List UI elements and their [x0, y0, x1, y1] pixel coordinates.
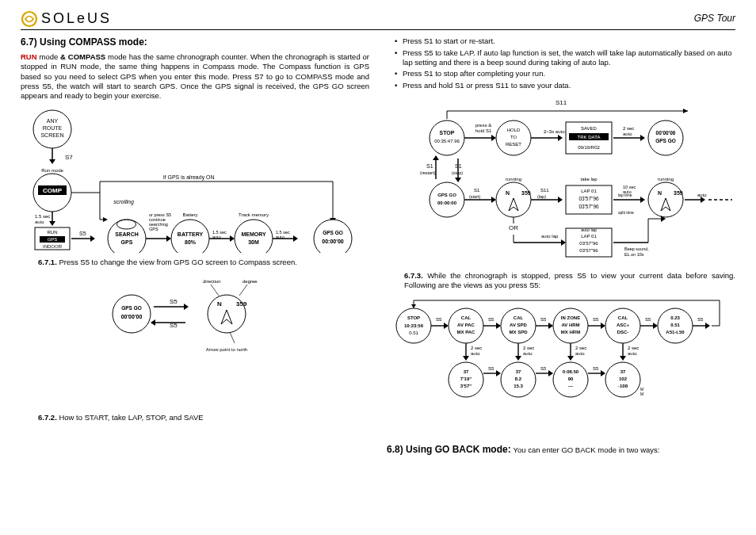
svg-marker-205 [653, 323, 658, 329]
svg-text:hold S1: hold S1 [475, 128, 492, 133]
svg-text:(stop): (stop) [452, 170, 463, 175]
svg-text:—: — [568, 384, 573, 388]
svg-text:GPS GO: GPS GO [437, 193, 456, 197]
svg-text:(start): (start) [469, 194, 481, 199]
svg-text:OR: OR [509, 224, 518, 231]
svg-text:359: 359 [236, 300, 247, 308]
svg-marker-12 [49, 221, 55, 226]
svg-point-58 [314, 220, 352, 253]
svg-line-72 [211, 285, 219, 296]
svg-text:scrolling: scrolling [113, 199, 134, 205]
svg-text:SAVED: SAVED [581, 126, 598, 131]
brand-logo: SOLeUS [21, 10, 112, 28]
svg-marker-83 [683, 109, 688, 113]
svg-text:auto: auto [697, 193, 707, 197]
svg-text:15.3: 15.3 [514, 384, 523, 388]
caption-671: 6.7.1. Press S5 to change the view from … [38, 258, 369, 267]
svg-marker-6 [49, 159, 55, 164]
section-67-body: RUN mode & COMPASS mode has the same chr… [21, 52, 369, 101]
svg-text:MX PAC: MX PAC [457, 330, 476, 334]
svg-text:ANY: ANY [47, 118, 59, 124]
svg-marker-97 [558, 135, 563, 141]
svg-text:S5: S5 [540, 317, 547, 322]
svg-text:GPS: GPS [149, 227, 158, 231]
svg-text:DSC-: DSC- [617, 330, 629, 334]
svg-text:2~3s auto: 2~3s auto [544, 129, 565, 134]
svg-text:S5: S5 [593, 366, 599, 371]
svg-text:S11: S11 [556, 99, 567, 106]
svg-text:S5: S5 [488, 317, 494, 322]
svg-marker-66 [184, 304, 189, 310]
svg-line-78 [230, 332, 235, 343]
svg-text:80%: 80% [185, 239, 197, 245]
left-column: 6.7) Using COMPASS mode: RUN mode & COMP… [21, 36, 369, 456]
svg-text:359: 359 [674, 190, 683, 196]
svg-text:AV HRM: AV HRM [561, 323, 579, 327]
svg-text:GPS: GPS [48, 237, 58, 242]
bullet-item: Press S1 to stop after completing your r… [395, 69, 735, 78]
run-label: RUN [21, 52, 37, 61]
svg-text:GPS GO: GPS GO [655, 138, 676, 143]
caption-672: 6.7.2. How to START, take LAP, STOP, and… [38, 413, 369, 422]
svg-text:(restart): (restart) [420, 170, 435, 175]
svg-text:37: 37 [516, 369, 521, 374]
svg-marker-152 [701, 197, 705, 203]
svg-text:auto: auto [471, 351, 480, 356]
svg-text:COMP: COMP [43, 187, 63, 194]
brand-name: SOLeUS [41, 10, 112, 28]
svg-text:CAL: CAL [618, 315, 628, 320]
svg-marker-49 [230, 235, 235, 242]
right-column: Press S1 to start or re-start. Press S5 … [387, 36, 735, 456]
svg-text:AV PAC: AV PAC [457, 323, 475, 327]
svg-text:03'57"96: 03'57"96 [578, 204, 599, 209]
svg-marker-133 [558, 197, 563, 203]
svg-text:359: 359 [521, 190, 531, 196]
svg-text:00'00'00: 00'00'00 [656, 130, 676, 136]
svg-text:S5: S5 [540, 366, 547, 371]
svg-text:INDOOR: INDOOR [43, 244, 63, 249]
svg-text:2 sec: 2 sec [628, 346, 639, 350]
caption-673: 6.7.3. While the chronograph is stopped,… [404, 271, 735, 291]
svg-text:auto: auto [623, 132, 632, 136]
svg-marker-158 [561, 239, 566, 246]
svg-marker-177 [444, 323, 449, 329]
svg-text:S1: S1 [426, 163, 433, 169]
page-header: SOLeUS GPS Tour [21, 10, 735, 30]
svg-text:37: 37 [464, 369, 469, 374]
svg-text:running: running [506, 177, 521, 182]
svg-text:TO: TO [510, 135, 517, 139]
svg-text:03'57"96: 03'57"96 [579, 248, 598, 253]
svg-text:-108: -108 [618, 384, 628, 388]
svg-text:S5: S5 [436, 317, 442, 322]
svg-point-126 [496, 182, 531, 217]
svg-text:STOP: STOP [407, 315, 420, 320]
svg-text:10:23:56: 10:23:56 [404, 323, 424, 328]
svg-text:STOP: STOP [440, 130, 455, 136]
svg-text:Run mode: Run mode [41, 168, 63, 173]
svg-text:S1: S1 [474, 188, 480, 193]
svg-marker-198 [601, 323, 605, 329]
svg-marker-69 [151, 319, 155, 326]
svg-text:press &: press & [475, 123, 491, 128]
svg-text:2 sec: 2 sec [523, 346, 534, 350]
svg-marker-191 [548, 323, 553, 329]
svg-text:auto: auto [35, 220, 44, 224]
svg-line-73 [239, 285, 247, 296]
svg-text:00:35:47.96: 00:35:47.96 [434, 139, 460, 143]
svg-text:Track memory: Track memory [239, 212, 269, 217]
bullet-item: Press S5 to take LAP. If auto lap functi… [395, 48, 735, 68]
bullet-item: Press S1 to start or re-start. [395, 36, 735, 46]
svg-text:CAL: CAL [461, 315, 472, 320]
svg-marker-241 [567, 356, 574, 361]
svg-text:00:00'00: 00:00'00 [322, 239, 343, 244]
svg-text:N: N [506, 190, 510, 196]
diagram-671: GPS GO 00'00'00 S5 S5 direction degree N… [92, 270, 298, 357]
svg-text:auto: auto [623, 189, 632, 194]
svg-text:S5: S5 [488, 366, 494, 371]
svg-text:Arrow point to north: Arrow point to north [206, 347, 247, 352]
svg-text:S5: S5 [79, 231, 86, 236]
svg-text:0.51: 0.51 [409, 331, 418, 335]
svg-text:MX HRM: MX HRM [561, 330, 580, 334]
svg-text:0.23: 0.23 [670, 315, 680, 320]
svg-text:30M: 30M [248, 239, 259, 245]
